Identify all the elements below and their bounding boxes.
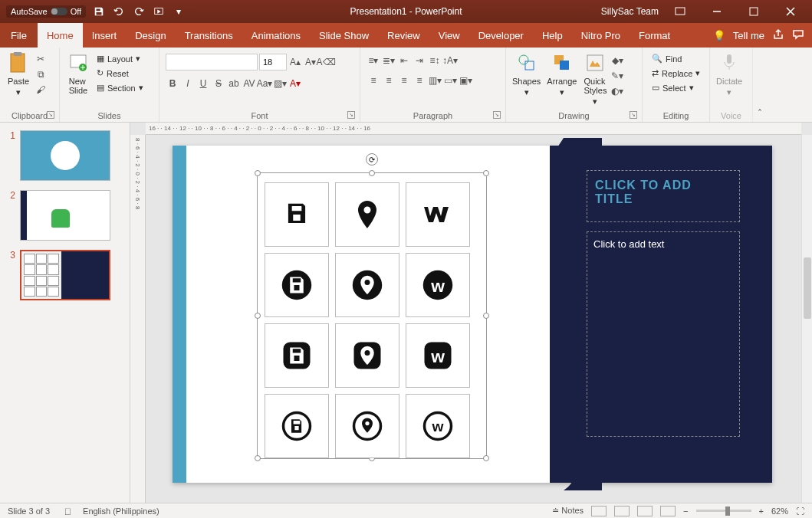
maximize-icon[interactable] — [738, 1, 769, 22]
character-spacing-icon[interactable]: AV — [242, 77, 256, 90]
font-size-input[interactable] — [259, 54, 287, 70]
slide-thumbnails-panel[interactable]: 1 2 3 — [0, 123, 130, 503]
arrange-button[interactable]: Arrange▾ — [544, 49, 580, 99]
increase-font-icon[interactable]: A▴ — [288, 55, 302, 69]
resize-handle[interactable] — [483, 170, 489, 176]
reading-view-icon[interactable] — [637, 506, 653, 516]
align-left-icon[interactable]: ≡ — [367, 74, 380, 87]
cut-icon[interactable]: ✂ — [34, 52, 48, 66]
tab-nitropro[interactable]: Nitro Pro — [572, 23, 630, 48]
icon-w[interactable] — [406, 182, 470, 247]
resize-handle[interactable] — [483, 455, 489, 461]
ribbon-display-options-icon[interactable] — [665, 1, 695, 22]
collapse-ribbon-icon[interactable]: ˄ — [758, 108, 762, 119]
dialog-launcher-icon[interactable]: ↘ — [347, 111, 355, 119]
dialog-launcher-icon[interactable]: ↘ — [493, 111, 501, 119]
format-painter-icon[interactable]: 🖌 — [34, 83, 48, 97]
tab-developer[interactable]: Developer — [469, 23, 533, 48]
icon-w-rounded[interactable]: w — [406, 323, 470, 388]
share-icon[interactable] — [772, 28, 784, 43]
tab-review[interactable]: Review — [378, 23, 429, 48]
strikethrough-icon[interactable]: S — [212, 77, 225, 90]
decrease-indent-icon[interactable]: ⇤ — [397, 54, 411, 67]
icon-w-outline[interactable]: w — [406, 394, 470, 458]
resize-handle[interactable] — [255, 170, 261, 176]
reset-button[interactable]: ↻Reset — [94, 67, 146, 80]
tab-transitions[interactable]: Transitions — [176, 23, 242, 48]
copy-icon[interactable]: ⧉ — [34, 67, 48, 81]
quick-styles-button[interactable]: Quick Styles▾ — [580, 49, 610, 108]
resize-handle[interactable] — [483, 313, 489, 319]
vertical-scrollbar[interactable] — [801, 135, 812, 503]
shapes-button[interactable]: Shapes▾ — [509, 49, 544, 99]
icon-save-rounded[interactable] — [265, 323, 329, 388]
numbering-icon[interactable]: ≣▾ — [382, 54, 396, 67]
icon-pin[interactable] — [335, 182, 399, 247]
section-button[interactable]: ▤Section▾ — [94, 81, 146, 94]
slideshow-view-icon[interactable] — [660, 506, 676, 516]
slide-sorter-view-icon[interactable] — [614, 506, 630, 516]
text-shadow-icon[interactable]: ab — [227, 77, 241, 90]
bullets-icon[interactable]: ≡▾ — [367, 54, 380, 67]
slide-thumbnail-2[interactable] — [20, 190, 110, 241]
slide-thumbnail-3[interactable] — [20, 250, 110, 300]
scrollbar-thumb[interactable] — [804, 257, 811, 319]
align-right-icon[interactable]: ≡ — [397, 74, 411, 87]
zoom-slider[interactable] — [696, 510, 751, 512]
tab-view[interactable]: View — [429, 23, 469, 48]
shape-fill-icon[interactable]: ◆▾ — [610, 54, 624, 67]
tab-home[interactable]: Home — [38, 23, 83, 48]
zoom-in-icon[interactable]: + — [759, 507, 764, 516]
paste-button[interactable]: Paste ▾ — [3, 49, 34, 99]
dialog-launcher-icon[interactable]: ↘ — [630, 111, 637, 119]
line-spacing-icon[interactable]: ≡↕ — [428, 54, 442, 67]
language-indicator[interactable]: English (Philippines) — [83, 507, 159, 516]
zoom-level[interactable]: 62% — [771, 507, 788, 516]
save-icon[interactable] — [92, 5, 106, 18]
fit-to-window-icon[interactable]: ⛶ — [796, 507, 804, 516]
tab-design[interactable]: Design — [126, 23, 175, 48]
autosave-toggle[interactable]: AutoSave Off — [6, 5, 86, 18]
justify-icon[interactable]: ≡ — [413, 74, 426, 87]
spellcheck-icon[interactable]: ⎕ — [65, 507, 71, 516]
dictate-button[interactable]: Dictate▾ — [713, 49, 745, 99]
tell-me-search[interactable]: Tell me — [733, 30, 764, 41]
clear-formatting-icon[interactable]: A⌫ — [319, 55, 333, 69]
start-from-beginning-icon[interactable] — [152, 5, 166, 18]
bold-icon[interactable]: B — [166, 77, 179, 90]
tab-format[interactable]: Format — [630, 23, 679, 48]
undo-icon[interactable] — [112, 5, 126, 18]
tab-insert[interactable]: Insert — [83, 23, 127, 48]
change-case-icon[interactable]: Aa▾ — [258, 77, 271, 90]
shape-outline-icon[interactable]: ✎▾ — [610, 69, 624, 83]
increase-indent-icon[interactable]: ⇥ — [413, 54, 426, 67]
slide-thumbnail-1[interactable] — [20, 130, 110, 181]
text-direction-icon[interactable]: ↕A▾ — [443, 54, 457, 67]
resize-handle[interactable] — [255, 455, 261, 461]
icon-save-circle[interactable] — [265, 253, 329, 317]
decrease-font-icon[interactable]: A▾ — [304, 55, 317, 69]
align-text-icon[interactable]: ▭▾ — [443, 74, 457, 87]
icon-save[interactable] — [265, 182, 329, 247]
text-placeholder[interactable]: Click to add text — [587, 231, 740, 437]
underline-icon[interactable]: U — [196, 77, 210, 90]
redo-icon[interactable] — [132, 5, 146, 18]
comments-icon[interactable] — [792, 28, 804, 43]
qat-more-icon[interactable]: ▾ — [172, 5, 186, 18]
close-icon[interactable] — [775, 1, 806, 22]
italic-icon[interactable]: I — [181, 77, 195, 90]
rotation-handle-icon[interactable]: ⟳ — [366, 153, 378, 166]
font-color-icon[interactable]: A▾ — [288, 77, 302, 90]
slide[interactable]: CLICK TO ADD TITLE Click to add text ⟳ — [173, 146, 772, 483]
resize-handle[interactable] — [369, 170, 375, 176]
new-slide-button[interactable]: New Slide — [63, 49, 94, 97]
tab-file[interactable]: File — [0, 23, 38, 48]
layout-button[interactable]: ▦Layout▾ — [94, 52, 146, 65]
slide-canvas-area[interactable]: 16 · · 14 · · 12 · · 10 · · 8 · · 6 · · … — [130, 123, 812, 503]
highlight-icon[interactable]: ▨▾ — [273, 77, 287, 90]
columns-icon[interactable]: ▥▾ — [428, 74, 442, 87]
user-name[interactable]: SillySac Team — [601, 6, 659, 17]
icon-w-circle[interactable]: w — [406, 253, 470, 317]
font-name-input[interactable] — [166, 54, 258, 70]
replace-button[interactable]: ⇄Replace▾ — [649, 67, 703, 80]
